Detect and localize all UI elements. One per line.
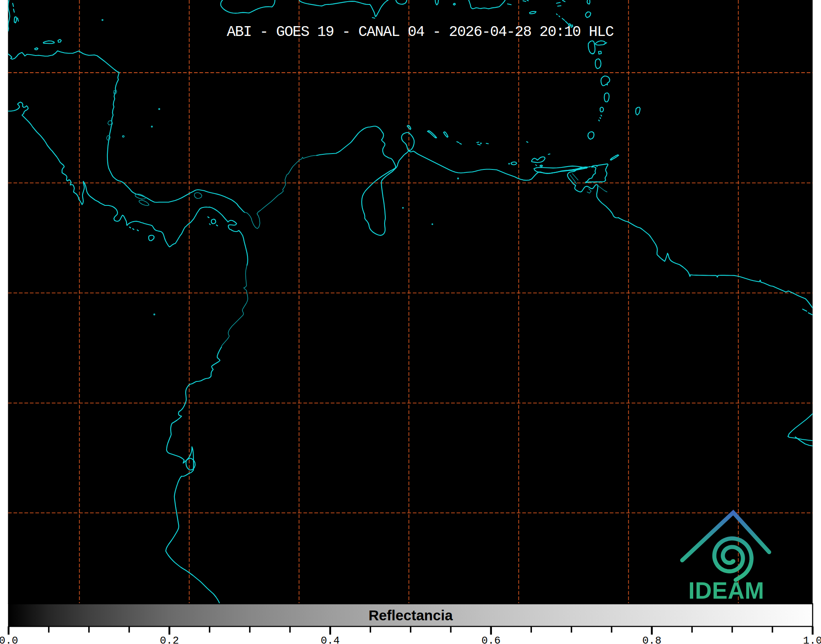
svg-text:0.8: 0.8	[642, 635, 661, 644]
svg-text:0.0: 0.0	[0, 635, 18, 644]
svg-text:IDEAM: IDEAM	[688, 577, 764, 604]
svg-text:1.0: 1.0	[803, 635, 821, 644]
svg-text:0.6: 0.6	[481, 635, 501, 644]
svg-text:0.2: 0.2	[160, 635, 179, 644]
svg-text:ABI - GOES 19 - CANAL 04 - 202: ABI - GOES 19 - CANAL 04 - 2026-04-28 20…	[227, 24, 614, 40]
svg-text:Reflectancia: Reflectancia	[369, 607, 453, 623]
svg-text:0.4: 0.4	[320, 635, 340, 644]
